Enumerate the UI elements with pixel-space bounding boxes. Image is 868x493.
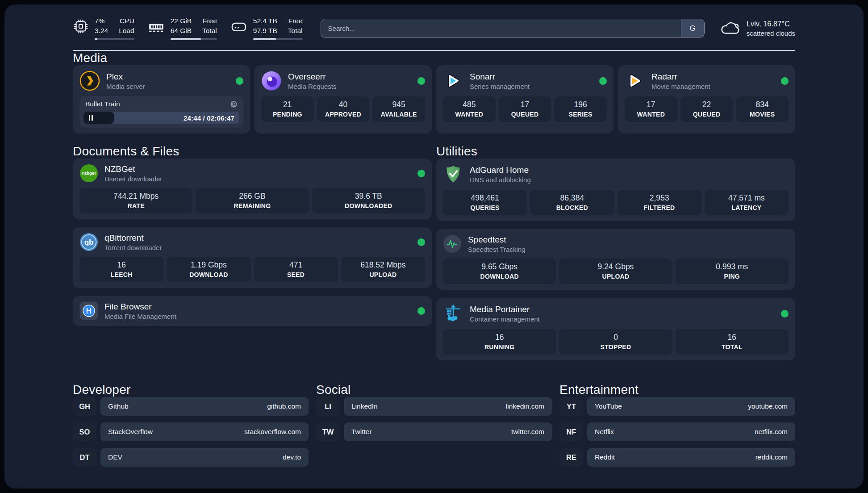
filebrowser-icon [79,301,98,320]
stat-tile: 945 AVAILABLE [372,96,425,122]
service-title: Plex [106,72,145,82]
bookmark-netflix[interactable]: NF Netflix netflix.com [559,422,795,441]
status-online-dot [417,238,425,246]
memory-icon [148,18,165,40]
service-subtitle: Speedtest Tracking [468,246,525,253]
service-subtitle: Series management [470,83,530,90]
qbittorrent-icon: qb [79,233,98,251]
memory-total-label: Total [202,26,217,36]
bookmark-abbr: DT [73,448,96,467]
pause-icon [89,115,93,121]
disk-metric: 52.4 TB Free 97.9 TB Total [230,16,303,40]
cpu-load-value: 3.24 [95,26,108,36]
bookmark-abbr: GH [73,397,96,416]
service-card-portainer[interactable]: Media Portainer Container management 16 … [436,298,795,360]
stat-tile: 40 APPROVED [317,96,370,122]
bookmark-github[interactable]: GH Github github.com [73,397,309,416]
service-title: Speedtest [468,235,525,245]
section-title-media: Media [73,51,795,65]
service-card-sonarr[interactable]: Sonarr Series management 485 WANTED 17 Q… [436,65,613,134]
bookmark-linkedin[interactable]: LI LinkedIn linkedin.com [316,397,552,416]
stat-tile: 196 SERIES [554,96,607,122]
bookmark-name: DEV [108,453,122,461]
bookmark-group-entertainment: Entertainment YT YouTube youtube.com NF … [559,383,795,473]
status-online-dot [781,77,789,85]
cpu-usage-value: 7% [95,16,108,26]
bookmark-abbr: NF [559,422,583,441]
service-card-nzbget[interactable]: nzbget NZBGet Usenet downloader 744.21 M… [73,159,432,219]
stat-tile: 22 QUEUED [680,96,733,122]
service-subtitle: DNS and adblocking [470,176,531,184]
bookmark-domain: stackoverflow.com [244,428,301,436]
speedtest-icon [443,234,462,253]
stat-tile: 17 WANTED [625,96,677,122]
cpu-icon [73,18,89,40]
radarr-icon [625,71,645,91]
disk-icon [230,18,247,40]
service-card-overseerr[interactable]: Overseerr Media Requests 21 PENDING 40 A… [255,65,432,134]
bookmark-name: Netflix [595,428,614,436]
bookmark-domain: dev.to [283,453,301,461]
portainer-icon [443,303,463,324]
stat-tile: 744.21 Mbps RATE [79,188,192,213]
playback-progress-bar: 24:44 / 02:06:47 [83,112,239,124]
session-settings-icon[interactable] [230,100,238,108]
service-title: qBittorrent [104,233,162,243]
bookmark-name: YouTube [595,402,622,410]
cpu-metric: 7% CPU 3.24 Load [73,16,134,40]
now-playing-title: Bullet Train [85,100,120,108]
service-title: Sonarr [470,72,530,82]
service-card-plex[interactable]: Plex Media server Bullet Train [73,65,250,134]
bookmark-abbr: TW [316,422,340,441]
bookmark-domain: twitter.com [511,428,544,436]
section-title-documents: Documents & Files [73,144,432,159]
disk-usage-bar [253,38,303,40]
stat-tile: 17 QUEUED [499,96,551,122]
service-subtitle: Torrent downloader [104,244,162,251]
bookmark-abbr: RE [559,448,583,467]
status-online-dot [417,77,425,85]
service-card-speedtest[interactable]: Speedtest Speedtest Tracking 9.65 Gbps D… [436,229,795,290]
stat-tile: 9.24 Gbps UPLOAD [559,259,672,284]
service-title: Radarr [651,72,710,82]
service-subtitle: Movie management [651,83,710,90]
service-card-adguard[interactable]: AdGuard Home DNS and adblocking 498,461 … [436,159,795,221]
service-subtitle: Usenet downloader [104,175,162,183]
memory-free-value: 22 GiB [171,16,192,26]
playback-time: 24:44 / 02:06:47 [184,114,234,121]
bookmark-youtube[interactable]: YT YouTube youtube.com [559,397,795,416]
bookmark-reddit[interactable]: RE Reddit reddit.com [559,448,795,467]
bookmark-group-social: Social LI LinkedIn linkedin.com TW Twitt… [316,383,552,473]
section-title-entertainment: Entertainment [559,383,795,397]
status-online-dot [236,77,243,85]
bookmark-abbr: YT [559,397,583,416]
stat-tile: 86,384 BLOCKED [530,190,614,215]
bookmark-domain: youtube.com [748,402,788,410]
disk-total-value: 97.9 TB [253,26,277,36]
bookmark-stackoverflow[interactable]: SO StackOverflow stackoverflow.com [73,422,309,441]
disk-total-label: Total [288,26,303,36]
search-provider-button[interactable]: G [681,19,704,37]
search-input[interactable] [321,19,681,37]
weather-location-temp: Lviv, 16.87°C [747,20,795,28]
disk-free-value: 52.4 TB [253,16,277,26]
bookmark-dev[interactable]: DT DEV dev.to [73,448,309,467]
stat-tile: 21 PENDING [261,96,314,122]
service-title: Media Portainer [470,305,540,314]
bookmark-twitter[interactable]: TW Twitter twitter.com [316,422,552,441]
memory-total-value: 64 GiB [171,26,192,36]
section-title-utilities: Utilities [436,144,795,159]
service-card-qbittorrent[interactable]: qb qBittorrent Torrent downloader 16 LEE… [73,227,432,288]
documents-column: Documents & Files nzbget NZBGet U [73,144,432,360]
bookmark-name: Twitter [351,428,372,436]
bookmark-abbr: LI [316,397,340,416]
service-card-filebrowser[interactable]: File Browser Media File Management [73,296,432,326]
stat-tile: 618.52 Mbps UPLOAD [341,257,425,282]
service-subtitle: Media File Management [104,313,176,320]
svg-text:qb: qb [84,238,93,246]
service-card-radarr[interactable]: Radarr Movie management 17 WANTED 22 QUE… [618,65,795,134]
stat-tile: 39.6 TB DOWNLOADED [312,188,425,213]
memory-free-label: Free [202,16,217,26]
bookmark-domain: reddit.com [755,453,788,461]
stat-tile: 0 STOPPED [559,329,672,355]
